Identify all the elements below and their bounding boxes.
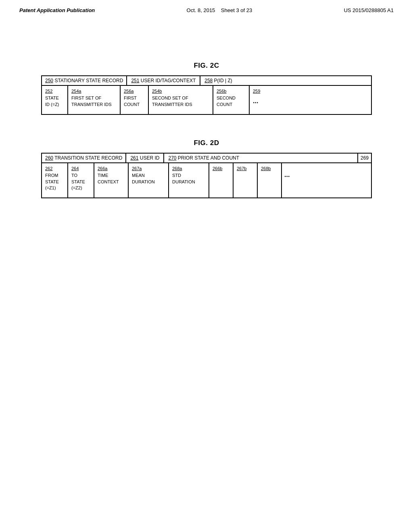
cell-256b-line1: SECOND [217,95,246,101]
cell-2d-dots: ... [284,171,290,179]
cell-267a-l2: DURATION [132,179,165,185]
cell-262-l3: (=Z1) [45,185,64,191]
header-261-label: USER ID [140,155,160,161]
cell-268a-l1: STD [172,172,205,179]
cell-259-id: 259 [253,88,269,94]
cell-266a: 266a TIME CONTEXT [94,163,129,197]
cell-268b: 268b [258,163,282,197]
header-sheet: Sheet 3 of 23 [221,7,252,13]
cell-264-l1: TO [71,172,90,179]
diagram-2c-header: 250 STATIONARY STATE RECORD 251 USER ID/… [42,76,371,86]
cell-256a-line1: FIRST [124,95,145,101]
header-group-258: 258 P(ID | Z) [200,76,236,85]
cell-256a: 256a FIRST COUNT [121,86,149,114]
cell-256a-id: 256a [124,88,145,94]
cell-262-l2: STATE [45,179,64,185]
cell-264-l3: (=Z2) [71,185,90,191]
header-right: US 2015/0288805 A1 [344,7,394,13]
cell-256b-line2: COUNT [217,102,246,108]
cell-256a-line2: COUNT [124,102,145,108]
cell-268a: 268a STD DURATION [169,163,209,197]
cell-262-l1: FROM [45,172,64,179]
cell-267b: 267b [234,163,258,197]
cell-2d-ellipsis: ... [282,163,292,197]
cell-252-line1: STATE [45,95,64,101]
cell-267a: 267a MEAN DURATION [129,163,169,197]
header-261: 261 USER ID [126,154,164,162]
header-258-id: 258 [204,78,213,83]
record-2d-label: TRANSITION STATE RECORD [54,155,122,161]
cell-264: 264 TO STATE (=Z2) [68,163,94,197]
cell-266b: 266b [209,163,234,197]
header-left: Patent Application Publication [19,7,95,13]
cell-252: 252 STATE ID (=Z) [42,86,68,114]
header-center: Oct. 8, 2015 Sheet 3 of 23 [187,7,252,13]
cell-262-id: 262 [45,166,64,172]
fig-2d-title: FIG. 2D [24,139,389,147]
header-258-label: P(ID | Z) [214,78,232,83]
cell-254b-id: 254b [152,88,209,94]
header-date: Oct. 8, 2015 [187,7,215,13]
cell-254a-line1: FIRST SET OF [71,95,117,101]
record-2d-title: 260 TRANSITION STATE RECORD [42,154,126,162]
cell-254b-line1: SECOND SET OF [152,95,209,101]
cell-256b: 256b SECOND COUNT [213,86,250,114]
cell-252-line2: ID (=Z) [45,102,64,108]
diagram-2d: 260 TRANSITION STATE RECORD 261 USER ID … [41,153,372,198]
cell-266b-id: 266b [213,166,229,172]
header-251-label: USER ID/TAG/CONTEXT [141,78,196,83]
cell-254a: 254a FIRST SET OF TRANSMITTER IDS [68,86,121,114]
record-2c-label: STATIONARY STATE RECORD [54,78,123,83]
cell-259: 259 ... [250,86,272,114]
diagram-2d-header: 260 TRANSITION STATE RECORD 261 USER ID … [42,154,371,163]
cell-267a-id: 267a [132,166,165,172]
cell-259-ellipsis: ... [253,97,269,106]
cell-254b-line2: TRANSMITTER IDS [152,102,209,108]
cell-264-id: 264 [71,166,90,172]
cell-266a-id: 266a [98,166,125,172]
cell-254a-line2: TRANSMITTER IDS [71,102,117,108]
header-269: 269 [358,154,371,162]
cell-256b-id: 256b [217,88,246,94]
cell-264-l2: STATE [71,179,90,185]
cell-262: 262 FROM STATE (=Z1) [42,163,68,197]
cell-267b-id: 267b [237,166,254,172]
header-270-id: 270 [168,155,176,161]
diagram-2d-body: 262 FROM STATE (=Z1) 264 TO STATE (=Z2) … [42,163,371,197]
cell-268a-id: 268a [172,166,205,172]
header-251-id: 251 [131,78,139,83]
content-area: FIG. 2C 250 STATIONARY STATE RECORD 251 … [0,13,413,198]
cell-254b: 254b SECOND SET OF TRANSMITTER IDS [149,86,213,114]
cell-266a-l2: CONTEXT [98,179,125,185]
header-270: 270 PRIOR STATE AND COUNT [164,154,358,162]
cell-268b-id: 268b [261,166,278,172]
fig-2c-title: FIG. 2C [24,62,389,70]
cell-254a-id: 254a [71,88,117,94]
record-2d-id: 260 [45,155,53,161]
cell-267a-l1: MEAN [132,172,165,179]
cell-252-id: 252 [45,88,64,94]
cell-266a-l1: TIME [98,172,125,179]
header-261-id: 261 [130,155,138,161]
diagram-2c-body: 252 STATE ID (=Z) 254a FIRST SET OF TRAN… [42,86,371,114]
header-group-251: 251 USER ID/TAG/CONTEXT [126,76,200,85]
cell-268a-l2: DURATION [172,179,205,185]
record-2c-title: 250 STATIONARY STATE RECORD [42,76,126,85]
page-header: Patent Application Publication Oct. 8, 2… [0,0,413,13]
diagram-2c: 250 STATIONARY STATE RECORD 251 USER ID/… [41,75,372,115]
record-2c-id: 250 [45,78,53,83]
header-270-label: PRIOR STATE AND COUNT [178,155,239,161]
